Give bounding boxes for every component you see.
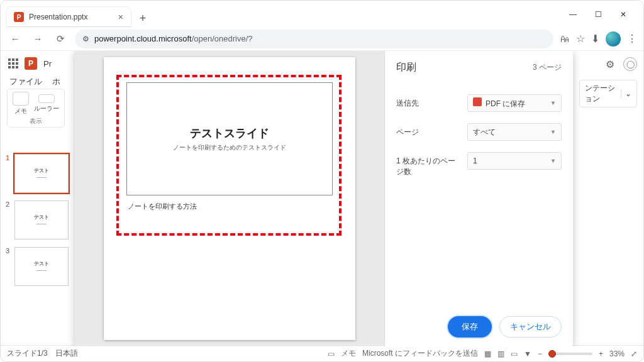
site-info-icon[interactable]: ⚙ [82,35,89,43]
settings-gear-icon[interactable]: ⚙ [606,58,614,70]
select-per-sheet[interactable]: 1 ▼ [467,152,562,170]
print-preview-page: テストスライド ノートを印刷するためのテストスライド ノートを印刷する方法 [104,57,355,340]
slide-thumbnail-panel: 1 テスト―― 2 テスト―― 3 テスト―― [1,150,75,346]
memo-icon [13,92,29,106]
print-panel-title: 印刷 [396,61,416,74]
preview-slide-title: テストスライド [190,126,269,141]
tab-title: Presentation.pptx [29,13,87,21]
fit-to-window-button[interactable]: ⤢ [631,349,637,358]
zoom-percentage[interactable]: 33% [609,349,625,358]
status-memo-label[interactable]: メモ [341,348,356,359]
menu-home-prefix[interactable]: ホ [52,76,60,87]
zoom-in-button[interactable]: + [599,349,603,358]
select-pages-value: すべて [473,127,496,138]
print-dialog-overlay: テストスライド ノートを印刷するためのテストスライド ノートを印刷する方法 印刷… [75,51,573,346]
zoom-out-button[interactable]: − [538,349,542,358]
print-settings-panel: 印刷 3 ページ 送信先 PDF に保存 ▼ ページ すべて ▼ 1 枚あたりの… [384,51,573,346]
back-button[interactable]: ← [7,31,23,47]
select-destination[interactable]: PDF に保存 ▼ [467,94,562,112]
thumb-sub: ―― [36,174,47,180]
ribbon-group-view: メモ ルーラー 表示 [7,89,65,128]
save-button[interactable]: 保存 [448,316,492,337]
ribbon-memo-label: メモ [14,107,27,116]
ribbon-memo-button[interactable]: メモ [13,92,29,116]
window-close-button[interactable]: ✕ [612,6,635,23]
chevron-down-icon: ▼ [550,158,556,164]
zoom-slider[interactable] [548,353,592,355]
powerpoint-app-icon: P [25,57,37,70]
profile-avatar[interactable] [606,31,621,47]
thumb-title: テスト [34,214,49,221]
label-destination: 送信先 [396,94,461,112]
close-tab-icon[interactable]: × [118,12,123,22]
thumbnail-slide-1[interactable]: 1 テスト―― [4,154,71,193]
status-slide-counter: スライド1/3 [7,348,48,359]
label-per-sheet: 1 枚あたりのページ数 [396,152,461,177]
pdf-icon [473,97,482,106]
new-tab-button[interactable]: + [134,9,152,27]
ruler-icon [38,94,55,103]
select-per-sheet-value: 1 [473,156,477,165]
thumb-title: テスト [34,167,49,174]
window-minimize-button[interactable]: — [562,6,584,23]
bookmark-star-icon[interactable]: ☆ [576,33,585,45]
powerpoint-favicon: P [14,12,24,22]
preview-slide-frame: テストスライド ノートを印刷するためのテストスライド [126,82,333,195]
select-pages[interactable]: すべて ▼ [467,123,562,141]
label-pages: ページ [396,123,461,141]
thumb-title: テスト [34,260,49,267]
chevron-down-icon: ▼ [550,129,556,135]
status-language[interactable]: 日本語 [55,348,78,359]
ribbon-ruler-label: ルーラー [34,104,59,113]
document-title-prefix: Pr [43,59,52,69]
view-grid-icon[interactable]: ▥ [497,349,504,358]
reload-button[interactable]: ⟳ [52,31,69,47]
presentation-mode-button[interactable]: ンテーション ⌄ [579,80,637,107]
ribbon-group-caption: 表示 [13,116,59,126]
chevron-down-icon[interactable]: ⌄ [621,89,631,98]
preview-slide-subtitle: ノートを印刷するためのテストスライド [173,143,286,152]
status-memo-icon[interactable]: ▭ [328,349,335,358]
menu-file[interactable]: ファイル [9,76,42,87]
download-icon[interactable]: ⬇ [591,33,599,45]
app-right-column: ⚙ ◯ ンテーション ⌄ [573,51,643,346]
forward-button[interactable]: → [30,31,46,47]
ribbon-ruler-button[interactable]: ルーラー [34,92,59,113]
view-slideshow-icon[interactable]: ▼ [524,349,531,358]
print-page-count: 3 ページ [533,62,562,73]
presentation-button-label: ンテーション [585,83,617,104]
url-host: powerpoint.cloud.microsoft [94,34,192,43]
app-launcher-icon[interactable] [8,58,18,69]
select-destination-value: PDF に保存 [486,99,525,108]
thumb-sub: ―― [36,221,47,226]
preview-note-text: ノートを印刷する方法 [128,202,338,211]
address-bar[interactable]: ⚙ powerpoint.cloud.microsoft/open/onedri… [75,30,553,48]
window-maximize-button[interactable]: ☐ [587,6,609,23]
thumb-number: 1 [6,154,9,162]
thumb-number: 3 [6,247,9,255]
cancel-button[interactable]: キャンセル [499,316,562,337]
chevron-down-icon: ▼ [550,100,556,106]
print-preview-pane[interactable]: テストスライド ノートを印刷するためのテストスライド ノートを印刷する方法 [75,51,384,346]
view-normal-icon[interactable]: ▦ [484,349,491,358]
zoom-slider-knob[interactable] [548,350,556,358]
browser-tab[interactable]: P Presentation.pptx × [6,6,131,27]
thumbnail-slide-2[interactable]: 2 テスト―― [4,200,71,239]
thumb-sub: ―― [36,267,47,273]
view-reading-icon[interactable]: ▭ [511,349,518,358]
url-path: /open/onedrive/? [192,34,253,43]
status-feedback[interactable]: Microsoft にフィードバックを送信 [362,348,478,359]
account-icon[interactable]: ◯ [623,57,637,71]
thumbnail-slide-3[interactable]: 3 テスト―― [4,247,71,286]
thumb-number: 2 [6,200,9,208]
translate-icon[interactable]: 🗛 [560,33,570,45]
chrome-menu-icon[interactable]: ⋮ [627,33,637,45]
